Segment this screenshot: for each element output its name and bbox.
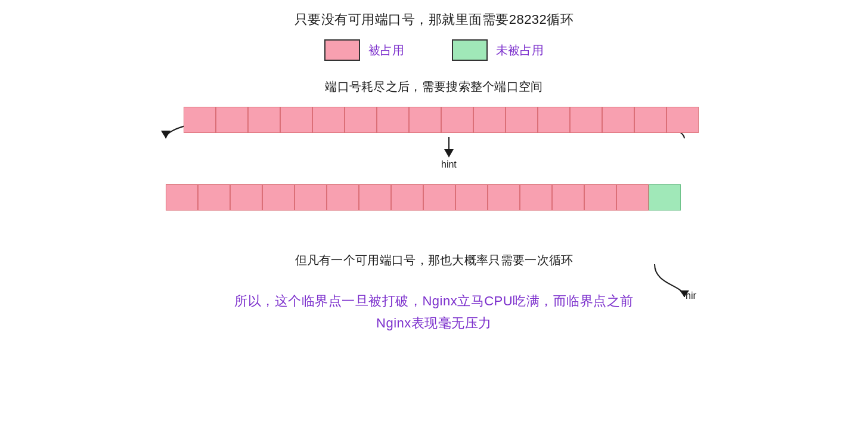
top-cell-13	[602, 107, 634, 133]
bottom-cell-0	[166, 184, 198, 211]
top-cell-4	[312, 107, 345, 133]
legend-label-occupied: 被占用	[368, 42, 404, 58]
bottom-cell-free-0	[649, 184, 681, 211]
top-cell-2	[248, 107, 280, 133]
top-cells	[184, 107, 699, 133]
top-cell-7	[409, 107, 441, 133]
final-line1: 所以，这个临界点一旦被打破，Nginx立马CPU吃满，而临界点之前	[234, 290, 633, 312]
bottom-caption: 但凡有一个可用端口号，那也大概率只需要一次循环	[166, 252, 702, 268]
bottom-cell-5	[327, 184, 359, 211]
bottom-cell-2	[230, 184, 262, 211]
bottom-cell-10	[488, 184, 520, 211]
top-cell-0	[184, 107, 216, 133]
svg-text:hint: hint	[686, 290, 696, 301]
bottom-section: hint 但凡有一个可用端口号，那也大概率只需要一次循环	[166, 184, 702, 268]
top-cell-12	[570, 107, 602, 133]
final-line2: Nginx表现毫无压力	[234, 312, 633, 334]
top-port-bar-section: hint	[166, 107, 702, 133]
final-text: 所以，这个临界点一旦被打破，Nginx立马CPU吃满，而临界点之前 Nginx表…	[234, 290, 633, 335]
bottom-cells-row	[166, 184, 702, 211]
bottom-cell-8	[423, 184, 455, 211]
hint-top-container: hint	[441, 137, 457, 170]
hint-arrow-top	[444, 149, 454, 157]
top-cell-11	[538, 107, 570, 133]
bottom-cells	[166, 184, 681, 211]
top-cell-9	[473, 107, 506, 133]
bottom-cell-6	[359, 184, 391, 211]
bottom-cell-7	[391, 184, 423, 211]
top-cell-14	[634, 107, 666, 133]
legend-box-free	[452, 39, 488, 61]
legend-label-free: 未被占用	[496, 42, 544, 58]
page-container: 只要没有可用端口号，那就里面需要28232循环 被占用 未被占用 端口号耗尽之后…	[0, 0, 868, 433]
top-port-cells-row	[184, 107, 702, 133]
top-cell-1	[216, 107, 248, 133]
top-cell-10	[506, 107, 538, 133]
top-cell-5	[345, 107, 377, 133]
top-label: 只要没有可用端口号，那就里面需要28232循环	[294, 11, 574, 29]
hint-bottom-svg: hint	[649, 264, 696, 303]
hint-line	[448, 137, 450, 149]
bottom-cell-12	[552, 184, 584, 211]
svg-marker-0	[161, 131, 170, 138]
legend-box-occupied	[324, 39, 360, 61]
bottom-cell-13	[584, 184, 616, 211]
bottom-cell-3	[262, 184, 294, 211]
bottom-cell-9	[455, 184, 488, 211]
top-cell-6	[377, 107, 409, 133]
legend-row: 被占用 未被占用	[324, 39, 544, 61]
top-cell-3	[280, 107, 312, 133]
legend-occupied: 被占用	[324, 39, 404, 61]
top-cell-15	[666, 107, 699, 133]
top-cell-8	[441, 107, 473, 133]
bottom-cell-1	[198, 184, 230, 211]
hint-label-top: hint	[441, 159, 457, 170]
legend-free: 未被占用	[452, 39, 544, 61]
bottom-cell-4	[294, 184, 327, 211]
bottom-cell-11	[520, 184, 552, 211]
bottom-cell-14	[616, 184, 649, 211]
